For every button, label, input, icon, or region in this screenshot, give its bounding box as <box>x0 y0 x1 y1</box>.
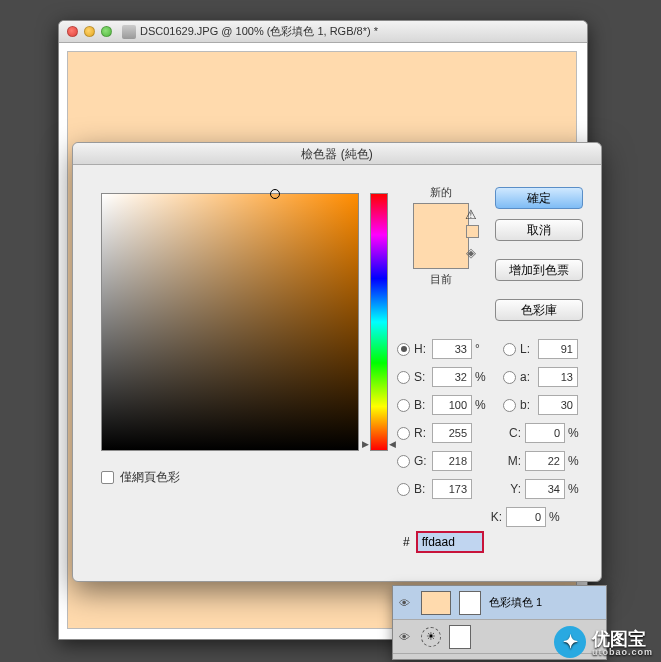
ok-button[interactable]: 確定 <box>495 187 583 209</box>
h-unit: ° <box>475 342 491 356</box>
h-label: H: <box>414 342 432 356</box>
b-radio[interactable] <box>397 399 410 412</box>
websafe-warning-icon[interactable]: ◈ <box>466 245 479 258</box>
current-color-label: 目前 <box>401 272 481 287</box>
r-radio[interactable] <box>397 427 410 440</box>
picker-title[interactable]: 檢色器 (純色) <box>73 143 601 165</box>
y-unit: % <box>568 482 579 496</box>
current-color[interactable] <box>414 236 468 268</box>
new-color-label: 新的 <box>401 185 481 200</box>
bb-radio[interactable] <box>397 483 410 496</box>
visibility-icon[interactable]: 👁 <box>399 597 413 609</box>
web-colors-only-label: 僅網頁色彩 <box>120 469 180 486</box>
g-label: G: <box>414 454 432 468</box>
l-input[interactable]: 91 <box>538 339 578 359</box>
c-label: C: <box>503 426 521 440</box>
c-input[interactable]: 0 <box>525 423 565 443</box>
saturation-brightness-field[interactable] <box>101 193 359 451</box>
color-preview-swatch[interactable] <box>413 203 469 269</box>
m-input[interactable]: 22 <box>525 451 565 471</box>
web-colors-only-checkbox[interactable]: 僅網頁色彩 <box>101 469 180 486</box>
zoom-icon[interactable] <box>101 26 112 37</box>
lab-b-label: b: <box>520 398 538 412</box>
b-unit: % <box>475 398 491 412</box>
k-label: K: <box>484 510 502 524</box>
a-input[interactable]: 13 <box>538 367 578 387</box>
watermark-url: utobao.com <box>592 647 653 657</box>
color-libraries-button[interactable]: 色彩庫 <box>495 299 583 321</box>
brightness-icon[interactable]: ☀ <box>421 627 441 647</box>
hex-hash-label: # <box>403 535 410 549</box>
hex-input[interactable]: ffdaad <box>416 531 484 553</box>
lab-b-input[interactable]: 30 <box>538 395 578 415</box>
c-unit: % <box>568 426 579 440</box>
l-label: L: <box>520 342 538 356</box>
layer-row-solid-fill[interactable]: 👁 色彩填色 1 <box>393 586 606 620</box>
m-label: M: <box>503 454 521 468</box>
h-radio[interactable] <box>397 343 410 356</box>
g-input[interactable]: 218 <box>432 451 472 471</box>
s-radio[interactable] <box>397 371 410 384</box>
bb-input[interactable]: 173 <box>432 479 472 499</box>
bb-label: B: <box>414 482 432 496</box>
l-radio[interactable] <box>503 343 516 356</box>
lab-b-radio[interactable] <box>503 399 516 412</box>
gamut-warning-icon[interactable]: ⚠ <box>465 207 477 222</box>
color-picker-dialog: 檢色器 (純色) ▶◀ 新的 目前 ⚠ ◈ 確定 取消 增加到色票 色彩庫 僅網… <box>72 142 602 582</box>
r-label: R: <box>414 426 432 440</box>
checkbox-icon[interactable] <box>101 471 114 484</box>
m-unit: % <box>568 454 579 468</box>
s-unit: % <box>475 370 491 384</box>
sb-cursor-icon[interactable] <box>270 189 280 199</box>
layer-mask[interactable] <box>459 591 481 615</box>
hue-slider-thumb-icon[interactable]: ▶◀ <box>362 439 396 449</box>
r-input[interactable]: 255 <box>432 423 472 443</box>
visibility-icon[interactable]: 👁 <box>399 631 413 643</box>
k-input[interactable]: 0 <box>506 507 546 527</box>
minimize-icon[interactable] <box>84 26 95 37</box>
watermark-name: 优图宝 <box>592 629 646 649</box>
s-input[interactable]: 32 <box>432 367 472 387</box>
b-input[interactable]: 100 <box>432 395 472 415</box>
document-icon <box>122 25 136 39</box>
k-unit: % <box>549 510 560 524</box>
layer-name[interactable]: 色彩填色 1 <box>489 595 542 610</box>
add-swatch-button[interactable]: 增加到色票 <box>495 259 583 281</box>
g-radio[interactable] <box>397 455 410 468</box>
a-label: a: <box>520 370 538 384</box>
y-input[interactable]: 34 <box>525 479 565 499</box>
s-label: S: <box>414 370 432 384</box>
document-title: DSC01629.JPG @ 100% (色彩填色 1, RGB/8*) * <box>140 24 378 39</box>
window-controls <box>67 26 112 37</box>
h-input[interactable]: 33 <box>432 339 472 359</box>
a-radio[interactable] <box>503 371 516 384</box>
cancel-button[interactable]: 取消 <box>495 219 583 241</box>
document-titlebar[interactable]: DSC01629.JPG @ 100% (色彩填色 1, RGB/8*) * <box>59 21 587 43</box>
close-icon[interactable] <box>67 26 78 37</box>
gamut-warning-swatch[interactable] <box>466 225 479 238</box>
bird-icon: ✦ <box>554 626 586 658</box>
layer-thumb[interactable] <box>421 591 451 615</box>
watermark: ✦ 优图宝 utobao.com <box>554 626 653 658</box>
layer-mask[interactable] <box>449 625 471 649</box>
b-label: B: <box>414 398 432 412</box>
hue-slider[interactable] <box>370 193 388 451</box>
new-color[interactable] <box>414 204 468 236</box>
y-label: Y: <box>503 482 521 496</box>
